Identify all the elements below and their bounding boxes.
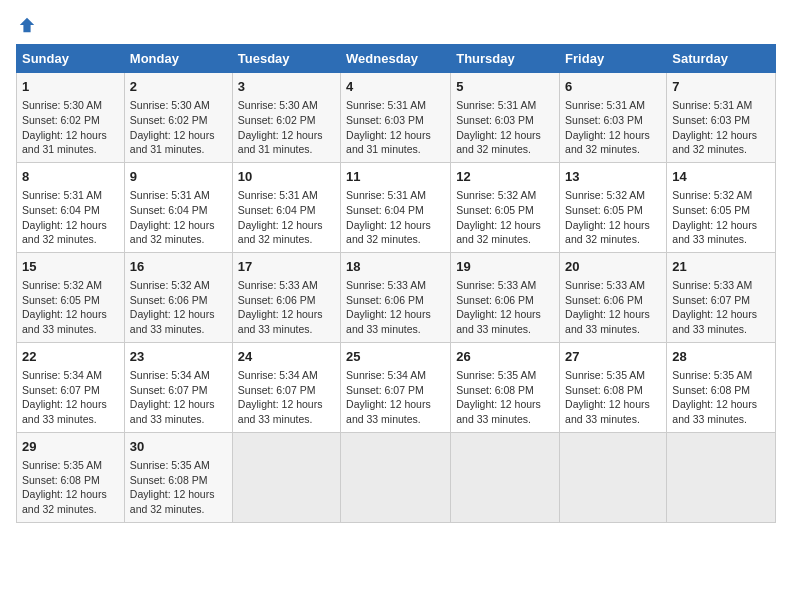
calendar-cell bbox=[232, 432, 340, 522]
day-number: 5 bbox=[456, 78, 554, 96]
day-number: 21 bbox=[672, 258, 770, 276]
day-info: Sunrise: 5:32 AMSunset: 6:05 PMDaylight:… bbox=[456, 189, 541, 245]
day-number: 24 bbox=[238, 348, 335, 366]
weekday-header: Sunday bbox=[17, 45, 125, 73]
calendar-cell: 3Sunrise: 5:30 AMSunset: 6:02 PMDaylight… bbox=[232, 73, 340, 163]
calendar-cell: 28Sunrise: 5:35 AMSunset: 6:08 PMDayligh… bbox=[667, 342, 776, 432]
calendar-cell: 8Sunrise: 5:31 AMSunset: 6:04 PMDaylight… bbox=[17, 162, 125, 252]
day-number: 1 bbox=[22, 78, 119, 96]
calendar-cell: 13Sunrise: 5:32 AMSunset: 6:05 PMDayligh… bbox=[560, 162, 667, 252]
calendar-cell: 15Sunrise: 5:32 AMSunset: 6:05 PMDayligh… bbox=[17, 252, 125, 342]
calendar-cell: 6Sunrise: 5:31 AMSunset: 6:03 PMDaylight… bbox=[560, 73, 667, 163]
day-number: 11 bbox=[346, 168, 445, 186]
calendar-cell: 16Sunrise: 5:32 AMSunset: 6:06 PMDayligh… bbox=[124, 252, 232, 342]
day-info: Sunrise: 5:34 AMSunset: 6:07 PMDaylight:… bbox=[238, 369, 323, 425]
calendar-cell: 20Sunrise: 5:33 AMSunset: 6:06 PMDayligh… bbox=[560, 252, 667, 342]
calendar-cell: 30Sunrise: 5:35 AMSunset: 6:08 PMDayligh… bbox=[124, 432, 232, 522]
svg-marker-0 bbox=[20, 18, 34, 32]
day-number: 12 bbox=[456, 168, 554, 186]
day-number: 10 bbox=[238, 168, 335, 186]
calendar-cell: 29Sunrise: 5:35 AMSunset: 6:08 PMDayligh… bbox=[17, 432, 125, 522]
day-info: Sunrise: 5:32 AMSunset: 6:05 PMDaylight:… bbox=[672, 189, 757, 245]
day-info: Sunrise: 5:33 AMSunset: 6:06 PMDaylight:… bbox=[565, 279, 650, 335]
calendar-cell: 14Sunrise: 5:32 AMSunset: 6:05 PMDayligh… bbox=[667, 162, 776, 252]
calendar-week-row: 1Sunrise: 5:30 AMSunset: 6:02 PMDaylight… bbox=[17, 73, 776, 163]
calendar-cell bbox=[451, 432, 560, 522]
day-info: Sunrise: 5:34 AMSunset: 6:07 PMDaylight:… bbox=[22, 369, 107, 425]
calendar-cell: 23Sunrise: 5:34 AMSunset: 6:07 PMDayligh… bbox=[124, 342, 232, 432]
calendar-cell: 10Sunrise: 5:31 AMSunset: 6:04 PMDayligh… bbox=[232, 162, 340, 252]
day-number: 15 bbox=[22, 258, 119, 276]
calendar-cell: 26Sunrise: 5:35 AMSunset: 6:08 PMDayligh… bbox=[451, 342, 560, 432]
day-info: Sunrise: 5:31 AMSunset: 6:04 PMDaylight:… bbox=[346, 189, 431, 245]
calendar-cell: 12Sunrise: 5:32 AMSunset: 6:05 PMDayligh… bbox=[451, 162, 560, 252]
day-info: Sunrise: 5:34 AMSunset: 6:07 PMDaylight:… bbox=[346, 369, 431, 425]
day-number: 18 bbox=[346, 258, 445, 276]
day-info: Sunrise: 5:32 AMSunset: 6:06 PMDaylight:… bbox=[130, 279, 215, 335]
day-info: Sunrise: 5:33 AMSunset: 6:06 PMDaylight:… bbox=[456, 279, 541, 335]
day-info: Sunrise: 5:35 AMSunset: 6:08 PMDaylight:… bbox=[565, 369, 650, 425]
calendar-cell: 19Sunrise: 5:33 AMSunset: 6:06 PMDayligh… bbox=[451, 252, 560, 342]
calendar-week-row: 29Sunrise: 5:35 AMSunset: 6:08 PMDayligh… bbox=[17, 432, 776, 522]
calendar-cell: 25Sunrise: 5:34 AMSunset: 6:07 PMDayligh… bbox=[341, 342, 451, 432]
day-number: 16 bbox=[130, 258, 227, 276]
day-number: 20 bbox=[565, 258, 661, 276]
calendar-cell: 11Sunrise: 5:31 AMSunset: 6:04 PMDayligh… bbox=[341, 162, 451, 252]
weekday-header: Wednesday bbox=[341, 45, 451, 73]
weekday-header: Monday bbox=[124, 45, 232, 73]
day-number: 30 bbox=[130, 438, 227, 456]
day-info: Sunrise: 5:31 AMSunset: 6:04 PMDaylight:… bbox=[22, 189, 107, 245]
day-number: 23 bbox=[130, 348, 227, 366]
weekday-header: Tuesday bbox=[232, 45, 340, 73]
day-info: Sunrise: 5:31 AMSunset: 6:04 PMDaylight:… bbox=[130, 189, 215, 245]
calendar-cell bbox=[341, 432, 451, 522]
day-number: 27 bbox=[565, 348, 661, 366]
calendar-cell: 17Sunrise: 5:33 AMSunset: 6:06 PMDayligh… bbox=[232, 252, 340, 342]
day-info: Sunrise: 5:30 AMSunset: 6:02 PMDaylight:… bbox=[130, 99, 215, 155]
day-info: Sunrise: 5:31 AMSunset: 6:03 PMDaylight:… bbox=[565, 99, 650, 155]
calendar-cell: 24Sunrise: 5:34 AMSunset: 6:07 PMDayligh… bbox=[232, 342, 340, 432]
day-info: Sunrise: 5:35 AMSunset: 6:08 PMDaylight:… bbox=[456, 369, 541, 425]
day-number: 28 bbox=[672, 348, 770, 366]
calendar-cell: 27Sunrise: 5:35 AMSunset: 6:08 PMDayligh… bbox=[560, 342, 667, 432]
day-info: Sunrise: 5:35 AMSunset: 6:08 PMDaylight:… bbox=[130, 459, 215, 515]
calendar-header-row: SundayMondayTuesdayWednesdayThursdayFrid… bbox=[17, 45, 776, 73]
weekday-header: Saturday bbox=[667, 45, 776, 73]
day-info: Sunrise: 5:33 AMSunset: 6:06 PMDaylight:… bbox=[238, 279, 323, 335]
day-info: Sunrise: 5:33 AMSunset: 6:07 PMDaylight:… bbox=[672, 279, 757, 335]
calendar-week-row: 15Sunrise: 5:32 AMSunset: 6:05 PMDayligh… bbox=[17, 252, 776, 342]
day-info: Sunrise: 5:35 AMSunset: 6:08 PMDaylight:… bbox=[672, 369, 757, 425]
weekday-header: Friday bbox=[560, 45, 667, 73]
day-info: Sunrise: 5:30 AMSunset: 6:02 PMDaylight:… bbox=[238, 99, 323, 155]
day-number: 13 bbox=[565, 168, 661, 186]
day-number: 4 bbox=[346, 78, 445, 96]
calendar-week-row: 8Sunrise: 5:31 AMSunset: 6:04 PMDaylight… bbox=[17, 162, 776, 252]
calendar-cell: 9Sunrise: 5:31 AMSunset: 6:04 PMDaylight… bbox=[124, 162, 232, 252]
calendar-cell: 22Sunrise: 5:34 AMSunset: 6:07 PMDayligh… bbox=[17, 342, 125, 432]
day-info: Sunrise: 5:34 AMSunset: 6:07 PMDaylight:… bbox=[130, 369, 215, 425]
day-info: Sunrise: 5:35 AMSunset: 6:08 PMDaylight:… bbox=[22, 459, 107, 515]
calendar-cell: 4Sunrise: 5:31 AMSunset: 6:03 PMDaylight… bbox=[341, 73, 451, 163]
day-number: 9 bbox=[130, 168, 227, 186]
page-header bbox=[16, 16, 776, 34]
logo bbox=[16, 16, 36, 34]
day-info: Sunrise: 5:31 AMSunset: 6:03 PMDaylight:… bbox=[456, 99, 541, 155]
calendar-cell bbox=[667, 432, 776, 522]
day-info: Sunrise: 5:32 AMSunset: 6:05 PMDaylight:… bbox=[22, 279, 107, 335]
day-info: Sunrise: 5:31 AMSunset: 6:03 PMDaylight:… bbox=[346, 99, 431, 155]
day-number: 17 bbox=[238, 258, 335, 276]
calendar-cell: 1Sunrise: 5:30 AMSunset: 6:02 PMDaylight… bbox=[17, 73, 125, 163]
day-number: 25 bbox=[346, 348, 445, 366]
day-number: 3 bbox=[238, 78, 335, 96]
weekday-header: Thursday bbox=[451, 45, 560, 73]
day-number: 29 bbox=[22, 438, 119, 456]
day-info: Sunrise: 5:32 AMSunset: 6:05 PMDaylight:… bbox=[565, 189, 650, 245]
day-number: 26 bbox=[456, 348, 554, 366]
calendar-cell: 7Sunrise: 5:31 AMSunset: 6:03 PMDaylight… bbox=[667, 73, 776, 163]
calendar-table: SundayMondayTuesdayWednesdayThursdayFrid… bbox=[16, 44, 776, 523]
calendar-cell bbox=[560, 432, 667, 522]
calendar-cell: 2Sunrise: 5:30 AMSunset: 6:02 PMDaylight… bbox=[124, 73, 232, 163]
day-number: 2 bbox=[130, 78, 227, 96]
day-number: 7 bbox=[672, 78, 770, 96]
day-number: 14 bbox=[672, 168, 770, 186]
